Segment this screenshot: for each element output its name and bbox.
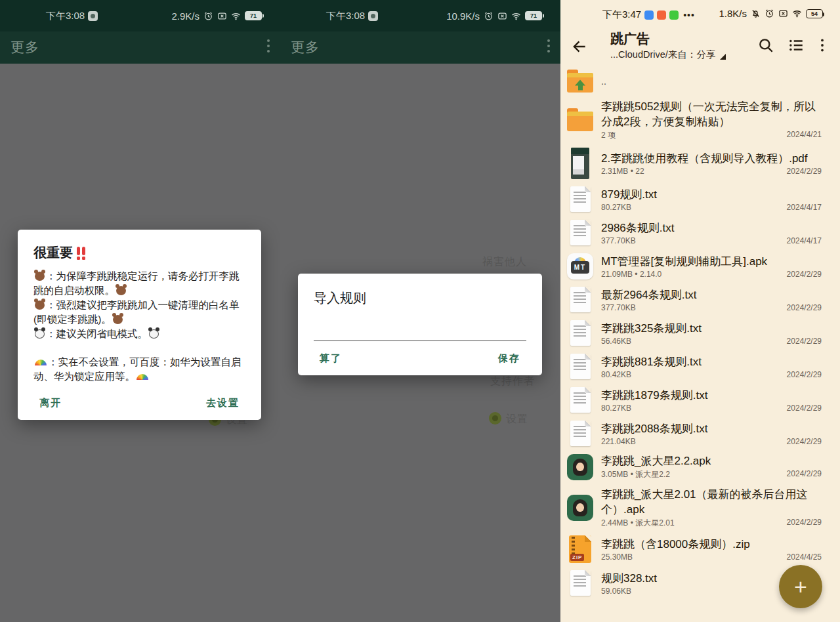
dialog-title: 导入规则 [314, 289, 526, 307]
file-row[interactable]: 李跳跳_派大星2.2.apk 3.05MB • 派大星2.2 2024/2/29 [560, 450, 840, 484]
wifi-icon [231, 11, 241, 21]
file-date: 2024/2/29 [787, 518, 822, 529]
file-meta: 59.06KB [601, 587, 631, 596]
file-row[interactable]: 879规则.txt 80.27KB 2024/4/17 [560, 182, 840, 216]
wifi-icon [511, 11, 521, 21]
file-row[interactable]: .. [560, 67, 840, 96]
file-row[interactable]: 李跳跳_派大星2.01（最新的被杀后台用这个）.apk 2.44MB • 派大星… [560, 484, 840, 532]
search-icon[interactable] [757, 37, 774, 54]
no-sim-icon [778, 9, 788, 18]
bear-emoji-icon [116, 286, 126, 295]
file-date: 2024/2/29 [787, 303, 822, 312]
file-date: 2024/2/29 [787, 270, 822, 279]
app-bar: 更多 [0, 31, 280, 64]
folder-title: 跳广告 [610, 30, 650, 48]
overflow-menu-icon[interactable] [547, 39, 550, 54]
apk-avatar-icon [567, 454, 593, 480]
dialog-title: 很重要 [33, 244, 245, 262]
status-time: 下午3:08 [46, 10, 85, 22]
overflow-menu-icon[interactable] [267, 39, 270, 54]
file-name: 李跳跳5052规则（一次无法完全复制，所以分成2段，方便复制粘贴） [601, 99, 822, 129]
file-name: 李跳跳_派大星2.2.apk [601, 453, 822, 468]
notification-app-icon [88, 11, 98, 21]
file-name: 最新2964条规则.txt [601, 287, 822, 302]
rainbow-emoji-icon [35, 360, 47, 365]
file-row[interactable]: MT MT管理器[复制规则辅助工具].apk 21.09MB • 2.14.0 … [560, 249, 840, 283]
file-meta: 25.30MB [601, 552, 633, 562]
file-list: .. 李跳跳5052规则（一次无法完全复制，所以分成2段，方便复制粘贴） 2 项… [560, 67, 840, 600]
cancel-button[interactable]: 算了 [320, 352, 342, 365]
file-row[interactable]: 李跳跳325条规则.txt 56.46KB 2024/2/29 [560, 316, 840, 350]
file-row[interactable]: 2.李跳跳使用教程（含规则导入教程）.pdf 2.31MB • 22 2024/… [560, 144, 840, 182]
file-date: 2024/2/29 [787, 370, 822, 379]
overflow-menu-icon[interactable] [814, 37, 831, 54]
status-time: 下午3:47 [602, 9, 641, 21]
file-name: 李跳跳_派大星2.01（最新的被杀后台用这个）.apk [601, 487, 822, 517]
file-name: 2986条规则.txt [601, 220, 822, 236]
status-time: 下午3:08 [326, 10, 365, 22]
file-row[interactable]: 李跳跳1879条规则.txt 80.27KB 2024/2/29 [560, 383, 840, 417]
text-file-icon [570, 220, 591, 245]
composite-screenshot: 下午3:08 2.9K/s 71 更多 祸害他人 支持作者 设置 很重要 [0, 0, 840, 622]
file-name: 2.李跳跳使用教程（含规则导入教程）.pdf [601, 151, 822, 166]
file-row[interactable]: 李跳跳2088条规则.txt 221.04KB 2024/2/29 [560, 417, 840, 450]
text-file-icon [570, 186, 591, 212]
file-name: 879规则.txt [601, 187, 822, 202]
file-date: 2024/2/29 [787, 437, 822, 446]
file-meta: 80.27KB [601, 404, 631, 413]
file-date: 2024/2/29 [787, 167, 822, 176]
file-row[interactable]: ZIP 李跳跳（含18000条规则）.zip 25.30MB 2024/4/25 [560, 532, 840, 566]
file-meta: 80.42KB [601, 370, 631, 379]
breadcrumb[interactable]: ...CloudDrive/来自：分享 [610, 49, 726, 61]
save-button[interactable]: 保存 [498, 352, 520, 365]
app-bar: 更多 [280, 31, 560, 64]
panel-right-file-manager: 下午3:47 ••• 1.8K/s 54 跳广告 ...CloudDrive/来… [560, 0, 840, 622]
text-file-icon [570, 354, 591, 379]
notification-chip-icon [644, 10, 654, 20]
net-speed: 2.9K/s [171, 10, 200, 22]
file-name: 李跳跳1879条规则.txt [601, 388, 822, 403]
file-date: 2024/2/29 [787, 469, 822, 480]
file-name: 李跳跳2088条规则.txt [601, 421, 822, 436]
file-meta: 221.04KB [601, 437, 636, 446]
file-row[interactable]: 李跳跳5052规则（一次无法完全复制，所以分成2段，方便复制粘贴） 2 项 20… [560, 96, 840, 144]
file-row[interactable]: 最新2964条规则.txt 377.70KB 2024/2/29 [560, 283, 840, 316]
bear-emoji-icon [35, 301, 45, 310]
folder-icon [567, 112, 593, 131]
notification-app-icon [368, 11, 378, 21]
alarm-icon [484, 11, 494, 21]
rules-input[interactable] [314, 324, 526, 341]
panda-emoji-icon [35, 329, 45, 339]
bear-emoji-icon [35, 272, 45, 281]
panel-middle: 下午3:08 10.9K/s 71 更多 祸害他人 支持作者 设置 导入规则 [280, 0, 560, 622]
back-arrow-icon[interactable] [571, 38, 588, 55]
file-meta: 56.46KB [601, 337, 631, 346]
file-date: 2024/4/17 [787, 236, 822, 245]
page-title: 更多 [291, 38, 320, 56]
net-speed: 1.8K/s [719, 8, 747, 19]
alarm-icon [765, 9, 774, 18]
file-row[interactable]: 2986条规则.txt 377.70KB 2024/4/17 [560, 216, 840, 249]
battery-icon: 71 [245, 11, 262, 20]
page-title: 更多 [10, 38, 39, 56]
battery-icon: 54 [806, 9, 823, 18]
file-meta: 80.27KB [601, 203, 631, 212]
bg-item-harm: 祸害他人 [482, 255, 527, 269]
parent-folder-icon [567, 73, 593, 93]
import-rules-dialog: 导入规则 算了 保存 [298, 274, 542, 375]
list-view-icon[interactable] [788, 37, 805, 54]
status-bar: 下午3:47 ••• 1.8K/s 54 [560, 0, 840, 29]
dialog-body: ：为保障李跳跳稳定运行，请务必打开李跳跳的自启动权限。：强烈建议把李跳跳加入一键… [33, 269, 245, 384]
notification-chip-icon [657, 10, 666, 20]
file-meta: 377.70KB [601, 303, 636, 312]
file-date: 2024/2/29 [787, 404, 822, 413]
file-row[interactable]: 李跳跳881条规则.txt 80.42KB 2024/2/29 [560, 350, 840, 383]
go-settings-button[interactable]: 去设置 [206, 397, 240, 409]
path-expand-icon [720, 54, 726, 60]
bg-item-support: 支持作者 [490, 375, 535, 388]
text-file-icon [570, 421, 591, 446]
add-fab-button[interactable]: + [779, 565, 822, 608]
leave-button[interactable]: 离开 [39, 397, 62, 409]
apk-avatar-icon [567, 495, 593, 521]
no-sim-icon [497, 11, 507, 21]
